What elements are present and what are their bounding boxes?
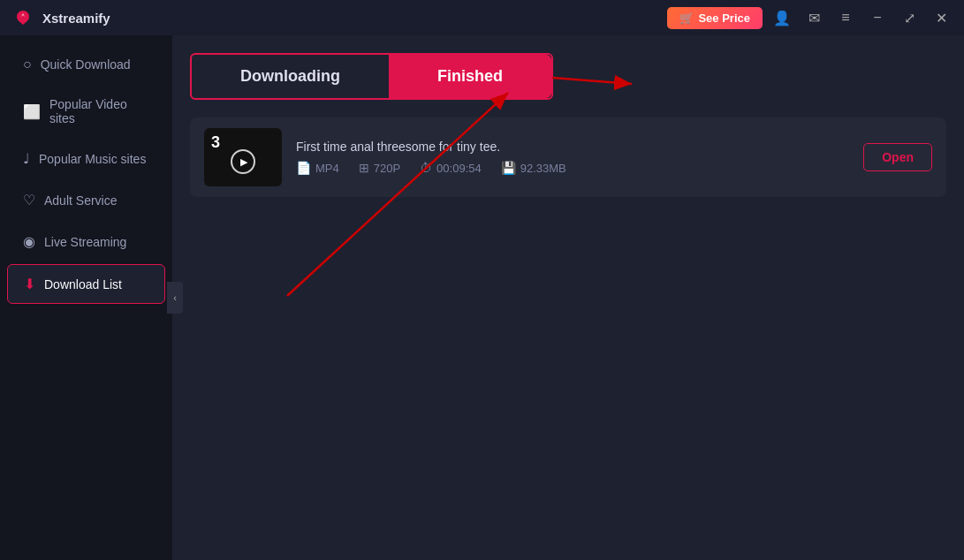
content-area: Downloading Finished 3 ▶ First time anal… <box>172 35 964 560</box>
sidebar-item-label: Popular Music sites <box>39 152 146 166</box>
sidebar-collapse-button[interactable]: ‹ <box>167 282 183 314</box>
meta-filesize: 💾 92.33MB <box>501 161 566 175</box>
menu-button[interactable]: ≡ <box>833 5 858 30</box>
item-thumbnail: 3 ▶ <box>204 128 282 186</box>
title-bar-left: Xstreamify <box>11 5 110 30</box>
item-meta: 📄 MP4 ⊞ 720P ⏱ 00:09:54 💾 92.33MB <box>296 161 849 175</box>
play-icon: ▶ <box>231 149 255 174</box>
stream-icon: ◉ <box>23 233 35 250</box>
tab-downloading[interactable]: Downloading <box>192 55 389 98</box>
download-icon: ⬇ <box>24 276 35 292</box>
sidebar-item-adult-service[interactable]: ♡ Adult Service <box>7 181 165 219</box>
music-icon: ♩ <box>23 150 30 167</box>
sidebar-item-label: Popular Video sites <box>49 97 149 125</box>
meta-format: 📄 MP4 <box>296 161 339 175</box>
restore-button[interactable]: ⤢ <box>897 5 922 30</box>
close-button[interactable]: ✕ <box>929 5 953 30</box>
meta-duration: ⏱ 00:09:54 <box>420 161 482 175</box>
format-icon: 📄 <box>296 161 311 175</box>
meta-resolution: ⊞ 720P <box>359 161 400 175</box>
sidebar-item-live-streaming[interactable]: ◉ Live Streaming <box>7 223 165 261</box>
app-logo <box>11 5 35 30</box>
storage-icon: 💾 <box>501 161 516 175</box>
app-title: Xstreamify <box>42 11 110 26</box>
sidebar-item-label: Quick Download <box>41 57 131 72</box>
annotation-arrows <box>172 35 964 560</box>
minimize-icon: − <box>873 10 881 26</box>
sidebar-item-popular-video[interactable]: ⬜ Popular Video sites <box>7 87 165 136</box>
search-icon: ○ <box>23 57 32 72</box>
sidebar-item-label: Download List <box>44 277 122 291</box>
see-price-button[interactable]: 🛒 See Price <box>667 7 763 29</box>
sidebar-item-popular-music[interactable]: ♩ Popular Music sites <box>7 140 165 178</box>
resolution-icon: ⊞ <box>359 161 369 175</box>
tabs-container: Downloading Finished <box>190 53 946 100</box>
title-bar-right: 🛒 See Price 👤 ✉ ≡ − ⤢ ✕ <box>667 5 953 30</box>
sidebar-item-label: Adult Service <box>44 193 117 208</box>
menu-icon: ≡ <box>841 10 849 26</box>
close-icon: ✕ <box>936 10 947 26</box>
user-button[interactable]: 👤 <box>770 5 794 30</box>
item-info: First time anal threesome for tiny tee. … <box>296 140 849 175</box>
item-title: First time anal threesome for tiny tee. <box>296 140 849 154</box>
minimize-button[interactable]: − <box>865 5 890 30</box>
sidebar-item-download-list[interactable]: ⬇ Download List <box>7 264 165 304</box>
mail-button[interactable]: ✉ <box>801 5 826 30</box>
restore-icon: ⤢ <box>904 10 915 26</box>
sidebar-item-label: Live Streaming <box>44 235 126 249</box>
title-bar: Xstreamify 🛒 See Price 👤 ✉ ≡ − ⤢ ✕ <box>0 0 964 35</box>
open-button[interactable]: Open <box>863 143 932 171</box>
download-item: 3 ▶ First time anal threesome for tiny t… <box>190 117 946 197</box>
clock-icon: ⏱ <box>420 161 432 175</box>
heart-icon: ♡ <box>23 192 35 208</box>
mail-icon: ✉ <box>808 10 820 26</box>
video-icon: ⬜ <box>23 103 41 120</box>
collapse-icon: ‹ <box>173 292 177 303</box>
item-number: 3 <box>211 133 220 152</box>
user-icon: 👤 <box>773 10 791 26</box>
tab-finished[interactable]: Finished <box>389 55 551 98</box>
sidebar: ‹ ○ Quick Download ⬜ Popular Video sites… <box>0 35 172 560</box>
cart-icon: 🛒 <box>679 11 694 25</box>
sidebar-item-quick-download[interactable]: ○ Quick Download <box>7 46 165 83</box>
main-layout: ‹ ○ Quick Download ⬜ Popular Video sites… <box>0 35 964 560</box>
tabs-wrapper: Downloading Finished <box>190 53 553 100</box>
